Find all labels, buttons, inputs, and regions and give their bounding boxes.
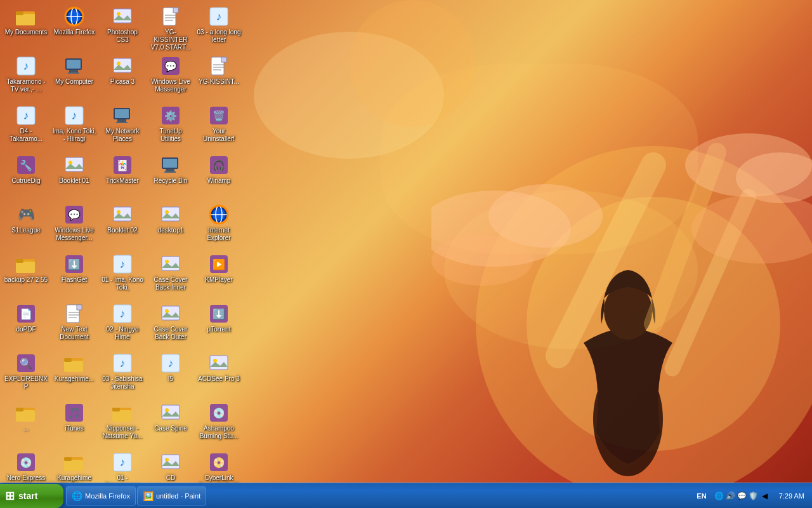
desktop-icon-15[interactable]: 🔧CutrueDig — [3, 151, 49, 201]
desktop-icon-9[interactable]: YG-KISSINT... — [195, 52, 242, 102]
desktop-icon-21[interactable]: 💬Windows Live Messenger... — [51, 201, 98, 250]
desktop-icon-16[interactable]: Booklet 01 — [51, 151, 98, 201]
desktop-icon-19[interactable]: 🎧Winamp — [195, 151, 242, 201]
messenger-tray-icon[interactable]: 💬 — [737, 491, 747, 501]
icon-image-20: 🎮 — [16, 204, 36, 225]
antivirus-tray-icon[interactable]: 🛡️ — [749, 491, 759, 501]
more-tray-icon[interactable]: ◀ — [760, 491, 770, 501]
svg-text:🎵: 🎵 — [68, 407, 81, 419]
desktop-icon-14[interactable]: 🗑️Your Uninstaller! — [195, 102, 242, 151]
desktop-icon-12[interactable]: My Network Places — [99, 102, 146, 151]
icon-label-17: TrickMaster — [106, 177, 139, 185]
taskbar-item-label-1: untitled - Paint — [156, 492, 200, 500]
icon-image-17: 🃏 — [112, 155, 133, 175]
svg-text:♪: ♪ — [23, 109, 29, 122]
svg-text:💿: 💿 — [213, 407, 225, 419]
icon-label-18: Recycle Bin — [154, 177, 188, 185]
desktop-icon-13[interactable]: ⚙️TuneUp Utilities — [147, 102, 194, 151]
icon-image-45: 💿 — [16, 452, 36, 472]
desktop-icon-42[interactable]: Nipponsei - Natsume Yu... — [99, 399, 146, 448]
desktop-icon-26[interactable]: ⬇️FlashGet — [51, 250, 98, 300]
desktop-icon-43[interactable]: Case Spine — [147, 399, 194, 448]
svg-text:💬: 💬 — [164, 60, 177, 72]
svg-rect-116 — [16, 410, 35, 422]
taskbar-item-1[interactable]: 🖼️untitled - Paint — [137, 486, 206, 505]
taskbar: ⊞ start 🌐Mozilla Firefox🖼️untitled - Pai… — [0, 483, 812, 508]
network-tray-icon[interactable]: 🌐 — [714, 491, 724, 501]
desktop-icon-4[interactable]: ♪03 - a long long letter — [195, 3, 242, 52]
desktop-icon-17[interactable]: 🃏TrickMaster — [99, 151, 146, 201]
svg-rect-65 — [166, 169, 174, 171]
desktop-icon-40[interactable]: ... — [3, 399, 49, 448]
desktop-icon-38[interactable]: ♪I5 — [147, 349, 194, 399]
desktop-icon-11[interactable]: ♪Ima, Kono Toki, - Hiiragi — [51, 102, 98, 151]
icon-image-6 — [64, 56, 84, 76]
desktop-icon-28[interactable]: Case Cover Back Inner — [147, 250, 194, 300]
icon-image-29: ▶️ — [209, 254, 229, 274]
start-button[interactable]: ⊞ start — [0, 484, 63, 508]
desktop-icon-23[interactable]: desktop1 — [147, 201, 194, 250]
desktop-icon-30[interactable]: 📄doPDF — [3, 300, 49, 349]
icon-label-48: CD — [166, 474, 175, 482]
desktop-icon-41[interactable]: 🎵iTunes — [51, 399, 98, 448]
desktop-icon-8[interactable]: 💬Windows Live Messenger — [147, 52, 194, 102]
icon-label-20: S1League — [11, 227, 41, 234]
desktop-icon-3[interactable]: YG-KISSINTER V7.0 START... — [147, 3, 194, 52]
icon-label-44: Ashampoo Burning Stu... — [197, 425, 241, 440]
desktop-icon-2[interactable]: Photoshop CS3 — [99, 3, 146, 52]
desktop-icon-29[interactable]: ▶️KMPlayer — [195, 250, 242, 300]
icon-label-38: I5 — [168, 375, 173, 383]
svg-rect-73 — [162, 207, 180, 221]
desktop-icon-5[interactable]: ♪Takaramono -TV ver.,- ... — [3, 52, 49, 102]
icon-label-0: My Documents — [5, 29, 48, 36]
svg-rect-41 — [221, 57, 226, 62]
svg-text:♪: ♪ — [120, 357, 126, 370]
desktop-icon-22[interactable]: Booklet 02 — [99, 201, 146, 250]
svg-text:🔍: 🔍 — [20, 358, 32, 370]
icon-label-30: doPDF — [16, 326, 36, 333]
svg-point-11 — [431, 235, 533, 286]
svg-text:📄: 📄 — [20, 308, 32, 320]
desktop-icon-0[interactable]: My Documents — [3, 3, 49, 52]
svg-point-0 — [476, 146, 812, 483]
desktop-icon-24[interactable]: Internet Explorer — [195, 201, 242, 250]
desktop-icon-31[interactable]: New Text Document — [51, 300, 98, 349]
desktop-icon-44[interactable]: 💿Ashampoo Burning Stu... — [195, 399, 242, 448]
volume-tray-icon[interactable]: 🔊 — [726, 491, 736, 501]
svg-text:♪: ♪ — [168, 357, 174, 370]
icon-image-22 — [112, 204, 133, 225]
icon-label-1: Mozilla Firefox — [54, 29, 95, 36]
desktop-icon-18[interactable]: Recycle Bin — [147, 151, 194, 201]
svg-point-10 — [736, 152, 812, 203]
desktop-icon-35[interactable]: 🔍EXPLOREBNXP — [3, 349, 49, 399]
icon-image-23 — [160, 204, 181, 225]
desktop-icon-32[interactable]: ♪02 - Ningyo Hime — [99, 300, 146, 349]
desktop-icon-36[interactable]: Kuragehime... — [51, 349, 98, 399]
desktop-icon-33[interactable]: Case Cover Back Outer — [147, 300, 194, 349]
desktop-icon-34[interactable]: ⬇️µTorrent — [195, 300, 242, 349]
icon-image-24 — [209, 204, 229, 225]
icon-image-3 — [160, 6, 181, 27]
desktop-icon-27[interactable]: ♪01 - Ima, Kono Toki, — [99, 250, 146, 300]
svg-rect-121 — [112, 410, 131, 422]
svg-rect-66 — [164, 171, 176, 173]
desktop-icon-1[interactable]: Mozilla Firefox — [51, 3, 98, 52]
svg-line-6 — [672, 197, 749, 368]
taskbar-item-icon-0: 🌐 — [72, 491, 82, 501]
desktop-icon-37[interactable]: ♪03 - Sabishisa Jitensha — [99, 349, 146, 399]
icon-image-46 — [64, 452, 84, 472]
desktop-icon-7[interactable]: Picasa 3 — [99, 52, 146, 102]
desktop-icon-39[interactable]: ACDSee Pro 3 — [195, 349, 242, 399]
icon-image-13: ⚙️ — [160, 105, 181, 126]
desktop-icon-20[interactable]: 🎮S1League — [3, 201, 49, 250]
svg-rect-34 — [69, 70, 78, 72]
desktop-icon-10[interactable]: ♪D4 - Takaramo... — [3, 102, 49, 151]
icon-label-28: Case Cover Back Inner — [148, 276, 193, 291]
desktop-icon-6[interactable]: My Computer — [51, 52, 98, 102]
icon-image-41: 🎵 — [64, 403, 84, 423]
taskbar-item-0[interactable]: 🌐Mozilla Firefox — [66, 486, 136, 505]
icon-label-33: Case Cover Back Outer — [148, 326, 193, 341]
svg-point-9 — [685, 133, 812, 197]
desktop-icon-25[interactable]: backup 27 2 55 — [3, 250, 49, 300]
icon-image-4: ♪ — [209, 6, 229, 27]
